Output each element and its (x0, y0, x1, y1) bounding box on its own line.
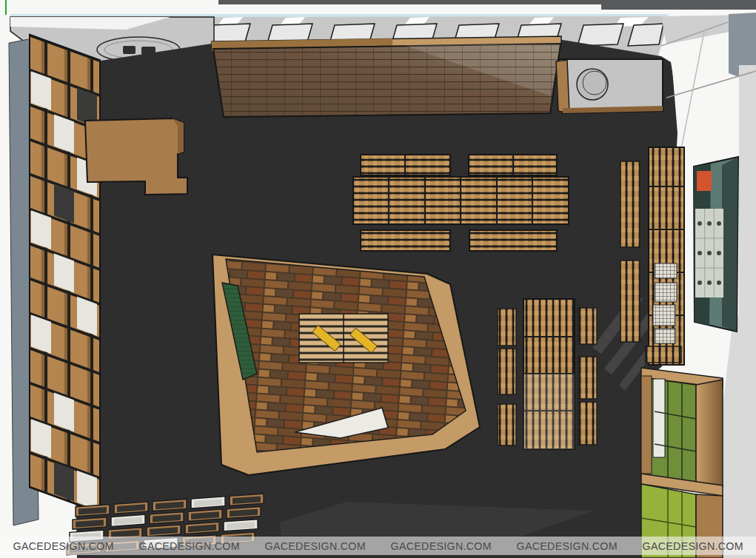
central-display-island (213, 255, 480, 475)
watermark-text: GACEDESIGN.COM (516, 539, 617, 552)
round-basin (577, 69, 608, 100)
bench (620, 260, 640, 342)
bench (620, 161, 640, 247)
lattice-screen (212, 36, 561, 117)
bench (578, 308, 597, 344)
table-set-right-middle (498, 299, 597, 449)
sink-counter (556, 59, 663, 113)
bench (498, 404, 516, 446)
bench (361, 230, 450, 251)
poster-photo-grid (695, 209, 723, 298)
bench (498, 349, 516, 394)
bench (469, 230, 557, 251)
bench (578, 357, 597, 399)
cubby-shelving-wall (30, 35, 100, 524)
bench (498, 309, 516, 346)
watermark-text: GACEDESIGN.COM (390, 539, 491, 552)
interior-render-3d-top-view: GACEDESIGN.COM GACEDESIGN.COM GACEDESIGN… (0, 0, 756, 558)
watermark-text: GACEDESIGN.COM (264, 539, 365, 552)
scene-canvas (0, 0, 756, 558)
island-center-table (299, 314, 388, 363)
slat-bench-top (646, 346, 681, 363)
axis-line-green (5, 0, 7, 15)
watermark-text: GACEDESIGN.COM (139, 539, 240, 552)
watermark-band: GACEDESIGN.COM GACEDESIGN.COM GACEDESIGN… (0, 537, 756, 555)
poster-logo-square (697, 171, 712, 191)
wall-poster (694, 157, 738, 332)
green-locker-unit (641, 346, 723, 558)
bench (578, 402, 597, 445)
watermark-text: GACEDESIGN.COM (642, 539, 743, 552)
watermark-text: GACEDESIGN.COM (13, 539, 114, 552)
